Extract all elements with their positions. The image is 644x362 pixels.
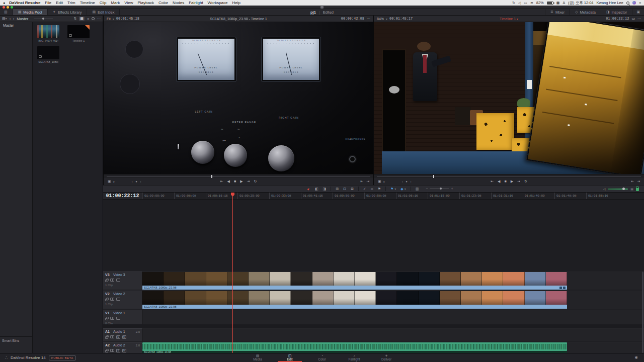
smart-bins-section[interactable]: Smart Bins xyxy=(0,336,32,344)
first-frame-button[interactable]: ⇤ xyxy=(220,179,223,184)
mute-button[interactable]: M xyxy=(122,335,126,339)
apple-menu-icon[interactable]: ● xyxy=(3,1,5,5)
clip-thumbnail[interactable] xyxy=(67,25,90,38)
timeline-scrub-bar[interactable] xyxy=(374,174,644,178)
media-pool-toggle-button[interactable]: ▦Media Pool xyxy=(13,9,47,15)
menu-item-clip[interactable]: Clip xyxy=(100,1,107,5)
menu-item-mark[interactable]: Mark xyxy=(111,1,120,5)
selection-mode-tool[interactable]: ▲ xyxy=(307,187,310,191)
auto-select-icon[interactable] xyxy=(110,317,114,320)
display-icon[interactable]: ▭ xyxy=(524,1,527,5)
menu-item-view[interactable]: View xyxy=(124,1,133,5)
siri-icon[interactable] xyxy=(632,1,636,5)
zoom-out-icon[interactable]: − xyxy=(426,187,428,191)
battery-percent[interactable]: 82% xyxy=(536,1,544,5)
clean-feed-icon[interactable]: ▣ xyxy=(636,10,640,14)
track-header-a1[interactable]: A1Audio 12.0 SM xyxy=(103,328,142,341)
thumbnail-size-slider[interactable] xyxy=(34,19,53,19)
tab-media[interactable]: ▤Media xyxy=(246,353,270,362)
flag-button[interactable]: ⚑ xyxy=(378,187,381,191)
linked-selection-toggle[interactable]: ∞ xyxy=(371,187,373,191)
spotlight-icon[interactable] xyxy=(626,2,629,5)
minimize-window-button[interactable] xyxy=(7,6,9,9)
bin-item-master[interactable]: Master xyxy=(0,22,32,29)
sort-icon[interactable]: ⇅ xyxy=(73,17,76,21)
menu-item-timeline[interactable]: Timeline xyxy=(80,1,95,5)
loop-button[interactable]: ↻ xyxy=(254,179,257,184)
thumbnail-view-icon[interactable]: ▦ xyxy=(79,17,85,21)
lock-icon[interactable] xyxy=(105,280,108,282)
keyboard-icon[interactable]: ▦ xyxy=(556,1,560,5)
play-button[interactable]: ▶ xyxy=(240,179,243,184)
track-lane-v1[interactable] xyxy=(142,310,644,324)
menu-item-playback[interactable]: Playback xyxy=(137,1,153,5)
mute-button[interactable]: M xyxy=(122,349,126,352)
timeline-playhead[interactable] xyxy=(232,193,233,353)
zoom-in-icon[interactable]: + xyxy=(451,187,453,191)
media-clip[interactable]: Timeline 1 xyxy=(67,25,90,42)
jog-control[interactable]: ‹ ● › xyxy=(132,180,142,183)
timeline-ruler[interactable]: 01:00:00:0001:00:08:0801:00:16:1601:00:2… xyxy=(142,193,644,199)
cinema-viewer-icon[interactable]: ▭ xyxy=(631,17,635,21)
video-clip-filmstrip[interactable] xyxy=(142,291,567,305)
tab-color[interactable]: ◔Color xyxy=(310,353,334,362)
bin-view-icon[interactable]: ▤▾ xyxy=(2,17,7,21)
menu-item-workspace[interactable]: Workspace xyxy=(208,1,228,5)
ui-layout-icon[interactable]: ▥ xyxy=(4,10,8,14)
timeline-viewer-video[interactable] xyxy=(374,22,644,174)
loop-button[interactable]: ↻ xyxy=(524,179,527,184)
battery-icon[interactable] xyxy=(547,2,553,5)
tab-edit[interactable]: ◫Edit xyxy=(278,353,302,362)
menu-item-trim[interactable]: Trim xyxy=(67,1,75,5)
input-source-icon[interactable]: A xyxy=(562,1,565,5)
track-enable-icon[interactable] xyxy=(116,279,120,282)
audio-meter-icon[interactable] xyxy=(636,187,639,191)
overwrite-clip-button[interactable]: ⊡ xyxy=(343,187,346,191)
lock-icon[interactable] xyxy=(105,318,108,320)
close-window-button[interactable] xyxy=(3,6,5,9)
menubar-user[interactable]: Kwang Hee Lee xyxy=(597,1,623,5)
stop-button[interactable]: ■ xyxy=(234,179,236,184)
stop-button[interactable]: ■ xyxy=(504,179,506,184)
source-viewer-video[interactable]: 20 10 7 5 3 2 1 0 1 2 3 POWER LEVEL DECI… xyxy=(104,22,373,174)
gang-icon[interactable]: ▣ xyxy=(378,179,381,184)
bin-back-button[interactable]: ‹ xyxy=(10,17,11,21)
match-frame-out-icon[interactable]: ⇥ xyxy=(637,179,640,184)
menu-item-file[interactable]: File xyxy=(45,1,51,5)
notification-center-icon[interactable]: ≡ xyxy=(639,1,641,5)
clip-thumbnail[interactable] xyxy=(37,46,59,59)
track-enable-icon[interactable] xyxy=(116,298,120,301)
auto-select-icon[interactable] xyxy=(110,349,114,352)
menu-item-edit[interactable]: Edit xyxy=(56,1,63,5)
metadata-toggle-button[interactable]: ◇Metadata xyxy=(570,9,601,15)
menubar-clock[interactable]: (금) 오후 12:04 xyxy=(568,1,593,6)
zoom-slider[interactable] xyxy=(430,189,449,189)
replace-clip-button[interactable]: ⊠ xyxy=(351,187,354,191)
search-icon[interactable] xyxy=(92,17,95,20)
project-manager-icon[interactable]: ∴ xyxy=(5,355,8,360)
media-pool-options-icon[interactable]: ⋯ xyxy=(97,17,101,21)
media-clip[interactable]: IMG_(4074-4614) xyxy=(37,25,59,42)
track-lane-a2[interactable]: SC1ATK8_1080p_23.98 xyxy=(142,342,644,353)
timeline-options-icon[interactable]: ▤ xyxy=(630,187,633,191)
audio-clip[interactable] xyxy=(142,342,567,351)
lock-icon[interactable] xyxy=(105,350,108,352)
sync-icon[interactable]: ↻ xyxy=(512,1,515,5)
match-frame-in-icon[interactable]: ⇤ xyxy=(631,179,634,184)
track-lane-a1[interactable] xyxy=(142,328,644,341)
edit-index-toggle-button[interactable]: ▤Edit Index xyxy=(87,9,120,15)
last-frame-button[interactable]: ⇥ xyxy=(517,179,520,184)
marker-dropdown[interactable]: ◆▾ xyxy=(400,187,406,191)
volume-icon[interactable]: ◁ xyxy=(518,1,521,5)
insert-clip-button[interactable]: ⊞ xyxy=(336,187,339,191)
jog-control[interactable]: ‹ ● › xyxy=(402,180,413,183)
auto-select-icon[interactable] xyxy=(110,298,114,301)
zoom-window-button[interactable] xyxy=(11,6,13,9)
wifi-icon[interactable]: ≋ xyxy=(530,1,533,5)
mixer-toggle-button[interactable]: ≣Mixer xyxy=(545,9,570,15)
viewer-options-icon[interactable]: ⋯ xyxy=(367,17,370,21)
track-lane-v2[interactable]: SC1ATK8_1080p_23.98 xyxy=(142,291,644,309)
track-enable-icon[interactable] xyxy=(116,317,120,320)
video-clip-label[interactable]: SC1ATK8_1080p_23.98 xyxy=(142,286,567,290)
match-frame-in-icon[interactable]: ⇤ xyxy=(360,179,363,184)
